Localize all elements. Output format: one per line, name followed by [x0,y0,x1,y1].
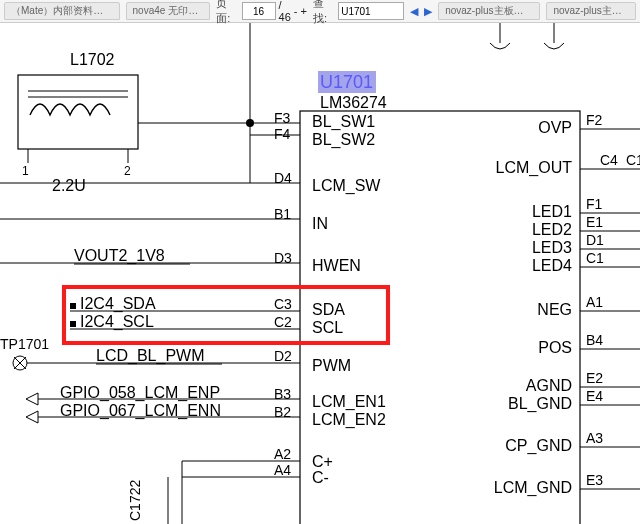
page-control: / 46 - + [242,0,307,23]
net-vout: VOUT2_1V8 [74,247,165,265]
svg-text:F4: F4 [274,126,291,142]
svg-text:D1: D1 [586,232,604,248]
svg-text:C4: C4 [600,152,618,168]
svg-text:D3: D3 [274,250,292,266]
tab-1[interactable]: （Mate）内部资料前V1_0.pdf [4,2,120,20]
svg-text:BL_SW1: BL_SW1 [312,113,375,131]
cap-ref: C1722 [127,480,143,521]
coil-icon [30,104,110,115]
svg-text:A1: A1 [586,294,603,310]
net-gpio-enp: GPIO_058_LCM_ENP [60,384,220,402]
net-pwm: LCD_BL_PWM [96,347,204,365]
inductor-pin2: 2 [124,164,131,178]
svg-text:IN: IN [312,215,328,232]
svg-text:OVP: OVP [538,119,572,136]
svg-text:B3: B3 [274,386,291,402]
svg-text:F1: F1 [586,196,603,212]
zoom-out-icon[interactable]: - [294,5,298,17]
svg-text:BL_SW2: BL_SW2 [312,131,375,149]
pins-left: F3BL_SW1 F4BL_SW2 D4LCM_SW B1IN D3HWEN C… [274,110,386,486]
svg-text:C1: C1 [586,250,604,266]
svg-text:LED2: LED2 [532,221,572,238]
next-match-icon[interactable]: ▶ [424,5,432,18]
svg-text:E1: E1 [586,214,603,230]
svg-text:LCM_OUT: LCM_OUT [496,159,573,177]
svg-text:PWM: PWM [312,357,351,374]
svg-text:CP_GND: CP_GND [505,437,572,455]
svg-text:NEG: NEG [537,301,572,318]
testpoint-ref: TP1701 [0,336,49,352]
net-endpoint-icon [70,321,76,327]
svg-text:A3: A3 [586,430,603,446]
svg-text:A2: A2 [274,446,291,462]
svg-text:BL_GND: BL_GND [508,395,572,413]
svg-text:LCM_GND: LCM_GND [494,479,572,497]
svg-text:D2: D2 [274,348,292,364]
page-input[interactable] [242,2,276,20]
tab-3[interactable]: novaz-plus主板线路图.pdf [438,2,540,20]
schematic-canvas: L1702 1 2 2.2U U1701 LM36274 VOUT2_1V8 I… [0,23,640,524]
inductor-pin1: 1 [22,164,29,178]
inductor-value: 2.2U [52,177,86,194]
svg-text:C-: C- [312,469,329,486]
svg-text:E2: E2 [586,370,603,386]
svg-text:B1: B1 [274,206,291,222]
search-input[interactable] [338,2,404,20]
tab-4[interactable]: novaz-plus主板线路… [546,2,636,20]
svg-text:C1: C1 [626,152,640,168]
tab-2[interactable]: nova4e 无印机….pdf [126,2,211,20]
offpage-icon [26,393,38,423]
svg-text:E3: E3 [586,472,603,488]
svg-text:LCM_EN2: LCM_EN2 [312,411,386,429]
svg-text:D4: D4 [274,170,292,186]
svg-text:F2: F2 [586,112,603,128]
svg-text:F3: F3 [274,110,291,126]
inductor-body [18,75,138,149]
net-endpoint-icon [70,303,76,309]
svg-text:HWEN: HWEN [312,257,361,274]
page-total: / 46 [279,0,291,23]
svg-text:B4: B4 [586,332,603,348]
svg-text:SCL: SCL [312,319,343,336]
pdf-toolbar: （Mate）内部资料前V1_0.pdf nova4e 无印机….pdf 页面: … [0,0,640,23]
svg-text:B2: B2 [274,404,291,420]
svg-text:C2: C2 [274,314,292,330]
svg-text:E4: E4 [586,388,603,404]
zoom-in-icon[interactable]: + [301,5,307,17]
chip-ref: U1701 [320,72,373,92]
svg-text:SDA: SDA [312,301,345,318]
net-sda: I2C4_SDA [80,295,156,313]
svg-text:A4: A4 [274,462,291,478]
chip-part: LM36274 [320,94,387,111]
inductor-ref: L1702 [70,51,115,68]
svg-text:LCM_EN1: LCM_EN1 [312,393,386,411]
svg-text:C+: C+ [312,453,333,470]
net-gpio-enn: GPIO_067_LCM_ENN [60,402,221,420]
svg-text:C3: C3 [274,296,292,312]
svg-text:LED4: LED4 [532,257,572,274]
svg-text:LED3: LED3 [532,239,572,256]
svg-text:POS: POS [538,339,572,356]
ground-icon [490,23,564,49]
prev-match-icon[interactable]: ◀ [410,5,418,18]
net-scl: I2C4_SCL [80,313,154,331]
svg-text:LED1: LED1 [532,203,572,220]
svg-text:LCM_SW: LCM_SW [312,177,381,195]
pins-right: F2OVP C4C1LCM_OUT F1LED1 E1LED2 D1LED3 C… [494,112,640,497]
svg-text:AGND: AGND [526,377,572,394]
